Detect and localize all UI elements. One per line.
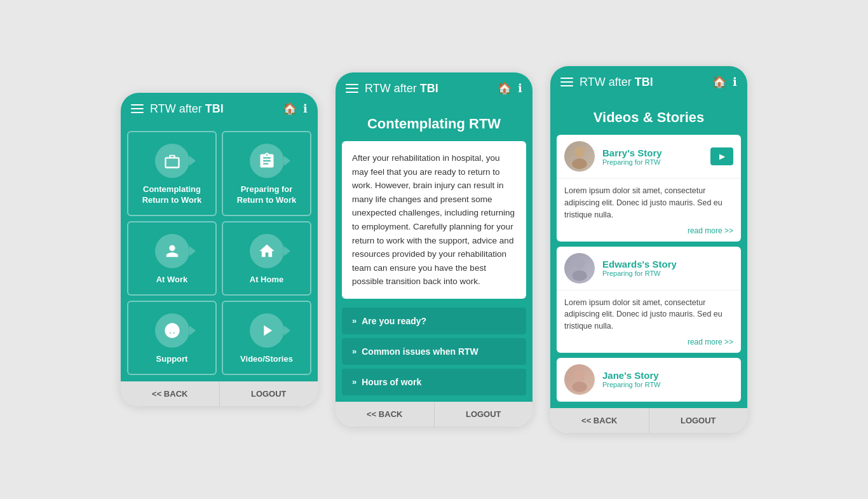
barry-avatar-svg: [567, 144, 592, 169]
title-bold: TBI: [205, 102, 224, 115]
header-icons-3: 🏠 ℹ: [712, 75, 737, 89]
story-card-barry: Barry's Story Preparing for RTW Lorem ip…: [557, 135, 741, 241]
edwards-avatar-svg: [567, 256, 592, 281]
briefcase-icon: [163, 152, 181, 170]
home-icon[interactable]: 🏠: [283, 102, 297, 116]
svg-point-3: [574, 259, 585, 270]
menu-label-video-stories: Video/Stories: [240, 354, 293, 365]
header-3: RTW after TBI 🏠 ℹ: [550, 66, 747, 98]
jane-subtitle: Preparing for RTW: [602, 381, 733, 388]
link-are-you-ready[interactable]: » Are you ready?: [342, 308, 526, 334]
info-icon-2[interactable]: ℹ: [518, 81, 522, 95]
screen1-content: Contemplating Return to Work Preparing f…: [121, 125, 318, 381]
logout-button-2[interactable]: LOGOUT: [435, 402, 533, 427]
screen3-content: Videos & Stories Barry's Story Preparing…: [550, 98, 747, 408]
app-title-1: RTW after TBI: [150, 102, 276, 116]
header-icons-1: 🏠 ℹ: [283, 102, 308, 116]
menu-label-contemplating: Contemplating Return to Work: [142, 184, 202, 206]
hamburger-icon[interactable]: [131, 104, 144, 113]
header-icons-2: 🏠 ℹ: [498, 81, 522, 95]
menu-grid: Contemplating Return to Work Preparing f…: [121, 125, 318, 381]
menu-label-at-home: At Home: [250, 275, 283, 285]
footer-3: << BACK LOGOUT: [550, 408, 747, 433]
barry-readmore[interactable]: read more >>: [557, 224, 741, 242]
link-label-3: Hours of work: [362, 377, 421, 387]
barry-name: Barry's Story: [602, 147, 703, 158]
phone-frame-3: RTW after TBI 🏠 ℹ Videos & Stories: [550, 66, 747, 433]
menu-item-at-work[interactable]: At Work: [127, 221, 217, 296]
title-regular-2: RTW after: [365, 82, 420, 95]
edwards-body: Lorem ipsum dolor sit amet, consectetur …: [557, 291, 741, 335]
hamburger-icon-3[interactable]: [560, 78, 573, 86]
story-info-barry: Barry's Story Preparing for RTW: [602, 147, 703, 166]
footer-1: << BACK LOGOUT: [121, 381, 318, 406]
edwards-readmore[interactable]: read more >>: [557, 335, 741, 353]
back-button-1[interactable]: << BACK: [121, 381, 220, 406]
play-icon-container: [250, 313, 284, 348]
footer-2: << BACK LOGOUT: [336, 402, 532, 427]
barry-play-button[interactable]: [710, 147, 733, 165]
menu-item-at-home[interactable]: At Home: [222, 221, 311, 296]
phone-frame-2: RTW after TBI 🏠 ℹ Contemplating RTW Afte…: [336, 72, 532, 427]
menu-label-support: Support: [156, 354, 188, 365]
avatar-edwards: [564, 253, 595, 284]
title-regular-3: RTW after: [580, 76, 635, 88]
stories-list: Barry's Story Preparing for RTW Lorem ip…: [550, 135, 747, 408]
person-work-icon-container: [155, 234, 189, 268]
app-title-2: RTW after TBI: [365, 82, 491, 95]
story-info-jane: Jane's Story Preparing for RTW: [602, 370, 733, 388]
menu-label-preparing: Preparing for Return to Work: [237, 184, 297, 206]
svg-point-5: [574, 370, 585, 381]
screen2-title: Contemplating RTW: [336, 104, 532, 141]
svg-point-0: [170, 325, 174, 330]
chevron-icon-1: »: [352, 316, 356, 325]
chevron-icon-2: »: [352, 346, 356, 356]
avatar-jane: [564, 364, 595, 395]
menu-item-video-stories[interactable]: Video/Stories: [222, 301, 311, 375]
header-1: RTW after TBI 🏠 ℹ: [121, 93, 318, 125]
clipboard-icon-container: [250, 144, 284, 178]
story-info-edwards: Edwards's Story Preparing for RTW: [602, 259, 733, 277]
link-label-2: Common issues when RTW: [362, 346, 478, 357]
avatar-barry: [564, 141, 595, 172]
barry-body: Lorem ipsum dolor sit amet, consectetur …: [557, 179, 741, 223]
back-button-2[interactable]: << BACK: [336, 402, 435, 427]
back-button-3[interactable]: << BACK: [550, 408, 649, 433]
jane-avatar-svg: [567, 367, 592, 392]
screen2-content: Contemplating RTW After your rehabilitat…: [336, 104, 532, 402]
home-menu-icon: [258, 242, 276, 260]
link-hours-of-work[interactable]: » Hours of work: [342, 369, 526, 395]
info-icon-3[interactable]: ℹ: [733, 75, 737, 89]
svg-point-4: [572, 270, 587, 281]
barry-subtitle: Preparing for RTW: [602, 158, 703, 166]
person-work-icon: [163, 242, 181, 260]
story-header-edwards: Edwards's Story Preparing for RTW: [557, 247, 741, 291]
info-icon[interactable]: ℹ: [303, 102, 308, 116]
story-card-edwards: Edwards's Story Preparing for RTW Lorem …: [557, 247, 741, 353]
jane-name: Jane's Story: [602, 370, 733, 381]
screen2-body: After your rehabilitation in hospital, y…: [342, 141, 526, 299]
home-icon-3[interactable]: 🏠: [712, 75, 726, 89]
logout-button-1[interactable]: LOGOUT: [220, 381, 318, 406]
menu-item-preparing[interactable]: Preparing for Return to Work: [222, 131, 311, 216]
svg-point-2: [572, 159, 587, 170]
home-icon-2[interactable]: 🏠: [498, 81, 512, 95]
title-bold-3: TBI: [635, 76, 653, 88]
briefcase-icon-container: [155, 144, 189, 178]
screen2-links: » Are you ready? » Common issues when RT…: [336, 308, 532, 402]
logout-button-3[interactable]: LOGOUT: [649, 408, 748, 433]
story-card-jane: Jane's Story Preparing for RTW: [557, 358, 741, 402]
story-header-jane: Jane's Story Preparing for RTW: [557, 358, 741, 402]
link-common-issues[interactable]: » Common issues when RTW: [342, 338, 526, 365]
app-title-3: RTW after TBI: [580, 76, 706, 89]
menu-item-support[interactable]: Support: [127, 301, 217, 375]
chevron-icon-3: »: [352, 377, 356, 386]
menu-item-contemplating[interactable]: Contemplating Return to Work: [127, 131, 217, 216]
svg-point-1: [574, 147, 585, 158]
clipboard-icon: [258, 152, 276, 170]
edwards-name: Edwards's Story: [602, 259, 733, 270]
hamburger-icon-2[interactable]: [346, 84, 358, 93]
title-regular: RTW after: [150, 102, 205, 115]
home-menu-icon-container: [250, 234, 284, 268]
play-icon: [258, 322, 276, 339]
